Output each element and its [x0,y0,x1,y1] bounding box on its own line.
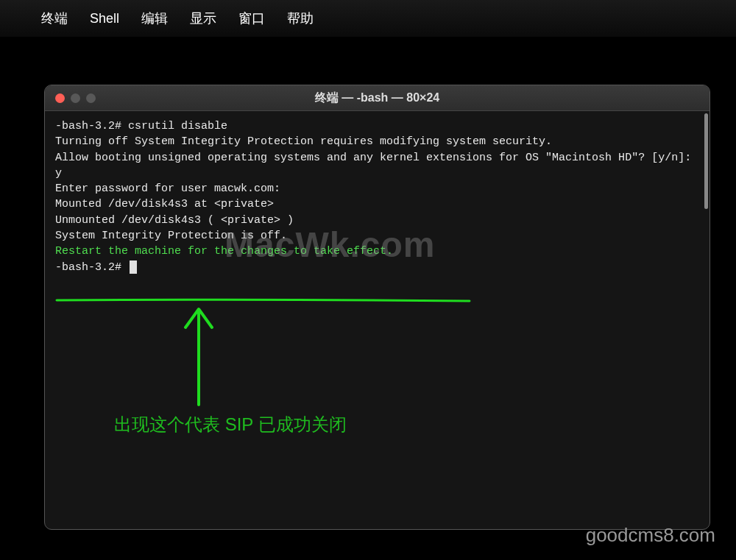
terminal-line: Enter password for user macwk.com: [55,181,699,196]
terminal-line: Allow booting unsigned operating systems… [55,150,699,182]
terminal-line: -bash-3.2# csrutil disable [55,118,699,134]
maximize-button[interactable] [86,93,96,103]
traffic-lights [45,93,96,103]
terminal-line: Unmounted /dev/disk4s3 ( <private> ) [55,213,699,228]
terminal-window: 终端 — -bash — 80×24 -bash-3.2# csrutil di… [44,85,710,530]
menu-window[interactable]: 窗口 [238,10,265,27]
desktop: 终端 — -bash — 80×24 -bash-3.2# csrutil di… [0,37,736,560]
titlebar[interactable]: 终端 — -bash — 80×24 [45,85,710,111]
window-title: 终端 — -bash — 80×24 [45,91,710,106]
cursor-icon [130,260,137,274]
menubar: 终端 Shell 编辑 显示 窗口 帮助 [0,0,736,37]
menu-shell[interactable]: Shell [90,11,119,26]
terminal-content[interactable]: -bash-3.2# csrutil disable Turning off S… [45,111,710,529]
scrollbar[interactable] [704,113,708,209]
menu-help[interactable]: 帮助 [287,10,314,27]
menu-view[interactable]: 显示 [190,10,216,27]
minimize-button[interactable] [71,93,80,103]
menu-edit[interactable]: 编辑 [141,10,168,27]
menu-terminal[interactable]: 终端 [41,10,68,27]
terminal-line: Mounted /dev/disk4s3 at <private> [55,196,699,212]
terminal-line: Turning off System Integrity Protection … [55,134,699,149]
terminal-restart-line: Restart the machine for the changes to t… [55,244,699,259]
close-button[interactable] [55,93,65,103]
terminal-prompt: -bash-3.2# [55,260,699,275]
terminal-line: System Integrity Protection is off. [55,228,699,244]
footer-credit: goodcms8.com [586,524,715,547]
